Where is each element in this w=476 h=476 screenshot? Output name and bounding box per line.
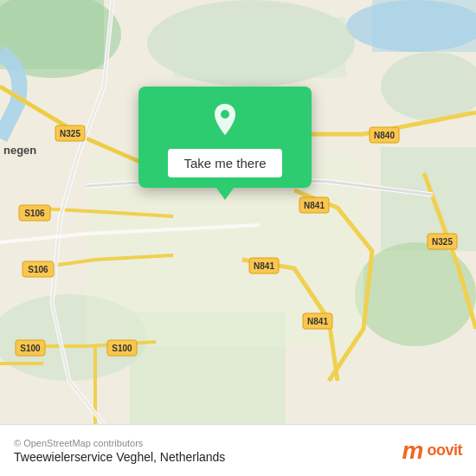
svg-text:N325: N325 [432,237,453,247]
svg-point-36 [221,110,229,119]
svg-text:negen: negen [3,144,36,157]
popup-card: Take me there [138,87,312,188]
moovit-logo: m oovit [402,439,462,463]
svg-text:N325: N325 [60,129,80,138]
moovit-wordmark: oovit [428,441,463,460]
svg-text:N840: N840 [374,131,395,140]
svg-text:S100: S100 [20,344,41,353]
location-pin-icon [206,100,244,138]
svg-text:S106: S106 [28,265,48,274]
svg-text:N841: N841 [304,201,325,210]
moovit-m-letter: m [402,439,424,463]
svg-text:S100: S100 [112,344,132,353]
map-container: N325 N840 N840 N841 N841 N841 N325 S106 … [0,0,476,424]
bottom-bar: © OpenStreetMap contributors Tweewielers… [0,424,476,476]
svg-text:S106: S106 [24,209,45,218]
bottom-info: © OpenStreetMap contributors Tweewielers… [14,438,225,464]
svg-text:N841: N841 [307,317,328,326]
svg-rect-4 [372,0,476,52]
svg-rect-6 [173,17,346,78]
svg-text:N841: N841 [254,261,274,271]
location-name: Tweewielerservice Veghel, Netherlands [14,450,225,464]
copyright-text: © OpenStreetMap contributors [14,438,225,448]
take-me-there-button[interactable]: Take me there [168,149,281,177]
